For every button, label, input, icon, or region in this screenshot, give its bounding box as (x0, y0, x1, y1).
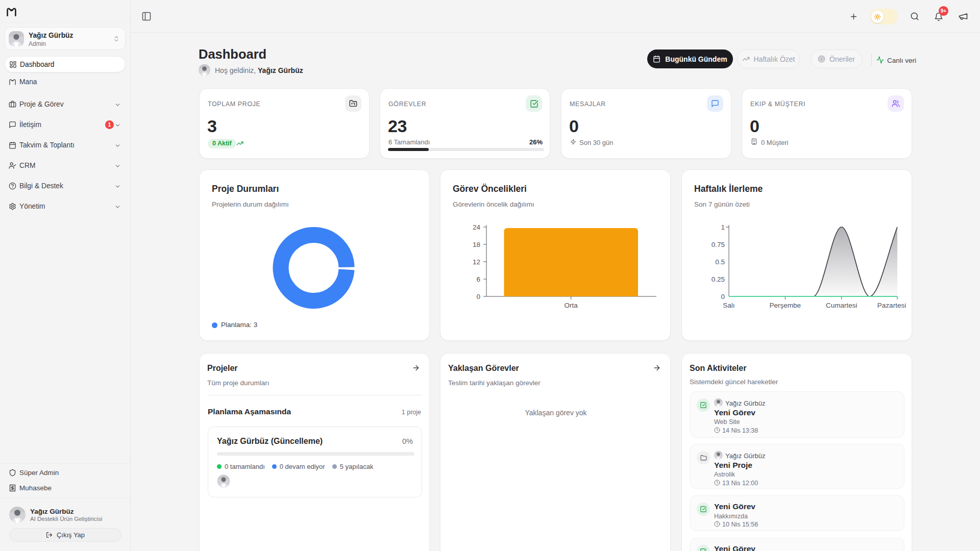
svg-text:Cumartesi: Cumartesi (826, 302, 857, 309)
svg-text:0: 0 (721, 293, 725, 300)
svg-text:18: 18 (473, 241, 480, 248)
svg-text:0.25: 0.25 (712, 276, 725, 283)
svg-text:Salı: Salı (723, 302, 734, 309)
svg-text:Pazartesi: Pazartesi (877, 302, 906, 309)
svg-text:12: 12 (473, 258, 480, 266)
svg-text:0.75: 0.75 (712, 241, 725, 248)
svg-text:1: 1 (721, 223, 725, 231)
svg-text:24: 24 (473, 223, 481, 231)
svg-text:6: 6 (476, 276, 480, 283)
svg-text:0.5: 0.5 (715, 258, 725, 266)
svg-text:0: 0 (476, 293, 480, 300)
svg-text:Perşembe: Perşembe (770, 302, 801, 309)
svg-text:Orta: Orta (565, 302, 578, 309)
